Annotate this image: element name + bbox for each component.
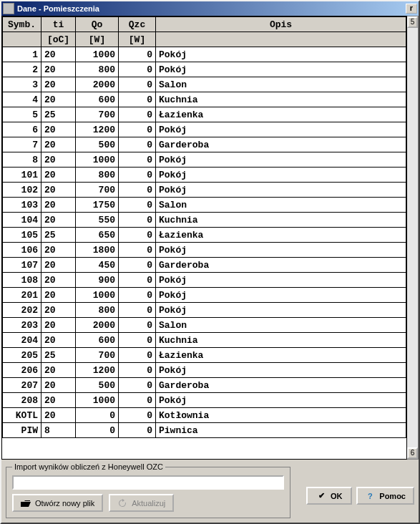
- table-row[interactable]: 202208000Pokój: [3, 303, 406, 318]
- table-row[interactable]: 1032017500Salon: [3, 198, 406, 213]
- cell-qzc[interactable]: 0: [119, 408, 156, 423]
- table-row[interactable]: 101208000Pokój: [3, 168, 406, 183]
- cell-symb[interactable]: 3: [3, 77, 41, 92]
- cell-qo[interactable]: 600: [76, 333, 119, 348]
- cell-ti[interactable]: 20: [41, 77, 76, 92]
- cell-ti[interactable]: 20: [41, 258, 76, 273]
- cell-symb[interactable]: 107: [3, 258, 41, 273]
- cell-ti[interactable]: 8: [41, 423, 76, 438]
- cell-qzc[interactable]: 0: [119, 107, 156, 122]
- table-row[interactable]: 2062012000Pokój: [3, 363, 406, 378]
- cell-symb[interactable]: 208: [3, 393, 41, 408]
- cell-symb[interactable]: 202: [3, 303, 41, 318]
- vertical-scrollbar[interactable]: 5 6: [407, 16, 419, 460]
- cell-symb[interactable]: 108: [3, 273, 41, 288]
- cell-symb[interactable]: 6: [3, 122, 41, 137]
- table-row[interactable]: 1062018000Pokój: [3, 243, 406, 258]
- cell-qo[interactable]: 1000: [76, 47, 119, 62]
- table-row[interactable]: KOTL2000Kotłownia: [3, 408, 406, 423]
- cell-qo[interactable]: 900: [76, 273, 119, 288]
- cell-qzc[interactable]: 0: [119, 122, 156, 137]
- cell-symb[interactable]: 201: [3, 288, 41, 303]
- cell-qo[interactable]: 650: [76, 228, 119, 243]
- cell-symb[interactable]: 104: [3, 213, 41, 228]
- cell-qzc[interactable]: 0: [119, 243, 156, 258]
- ok-button[interactable]: ✔ OK: [306, 487, 352, 505]
- cell-qzc[interactable]: 0: [119, 62, 156, 77]
- cell-symb[interactable]: 8: [3, 152, 41, 168]
- cell-qo[interactable]: 1750: [76, 198, 119, 213]
- table-row[interactable]: 204206000Kuchnia: [3, 333, 406, 348]
- cell-opis[interactable]: Łazienka: [156, 228, 406, 243]
- cell-symb[interactable]: 2: [3, 62, 41, 77]
- cell-qo[interactable]: 1200: [76, 122, 119, 137]
- cell-qo[interactable]: 1000: [76, 393, 119, 408]
- cell-qo[interactable]: 2000: [76, 318, 119, 333]
- scroll-up-button[interactable]: 5: [407, 16, 418, 28]
- cell-qzc[interactable]: 0: [119, 288, 156, 303]
- cell-ti[interactable]: 20: [41, 62, 76, 77]
- cell-opis[interactable]: Salon: [156, 77, 406, 92]
- table-row[interactable]: 104205500Kuchnia: [3, 213, 406, 228]
- cell-qzc[interactable]: 0: [119, 363, 156, 378]
- cell-qzc[interactable]: 0: [119, 183, 156, 198]
- help-button[interactable]: ? Pomoc: [356, 487, 414, 505]
- cell-qo[interactable]: 2000: [76, 77, 119, 92]
- cell-symb[interactable]: 103: [3, 198, 41, 213]
- cell-qzc[interactable]: 0: [119, 77, 156, 92]
- table-row[interactable]: 102207000Pokój: [3, 183, 406, 198]
- cell-qo[interactable]: 800: [76, 303, 119, 318]
- table-row[interactable]: 5257000Łazienka: [3, 107, 406, 122]
- cell-qzc[interactable]: 0: [119, 348, 156, 363]
- cell-ti[interactable]: 25: [41, 228, 76, 243]
- cell-qo[interactable]: 800: [76, 62, 119, 77]
- cell-opis[interactable]: Piwnica: [156, 423, 406, 438]
- cell-opis[interactable]: Pokój: [156, 363, 406, 378]
- cell-qzc[interactable]: 0: [119, 258, 156, 273]
- table-row[interactable]: 107204500Garderoba: [3, 258, 406, 273]
- cell-ti[interactable]: 20: [41, 363, 76, 378]
- cell-ti[interactable]: 20: [41, 198, 76, 213]
- cell-qo[interactable]: 450: [76, 258, 119, 273]
- table-row[interactable]: 62012000Pokój: [3, 122, 406, 137]
- cell-opis[interactable]: Łazienka: [156, 107, 406, 122]
- cell-ti[interactable]: 20: [41, 168, 76, 183]
- cell-symb[interactable]: 207: [3, 378, 41, 393]
- cell-opis[interactable]: Pokój: [156, 303, 406, 318]
- header-symb[interactable]: Symb.: [3, 17, 41, 32]
- cell-ti[interactable]: 20: [41, 393, 76, 408]
- cell-opis[interactable]: Kuchnia: [156, 333, 406, 348]
- cell-opis[interactable]: Pokój: [156, 122, 406, 137]
- table-row[interactable]: PIW800Piwnica: [3, 423, 406, 438]
- cell-ti[interactable]: 20: [41, 288, 76, 303]
- cell-opis[interactable]: Kotłownia: [156, 408, 406, 423]
- cell-opis[interactable]: Pokój: [156, 62, 406, 77]
- cell-qzc[interactable]: 0: [119, 273, 156, 288]
- cell-opis[interactable]: Pokój: [156, 273, 406, 288]
- cell-qzc[interactable]: 0: [119, 168, 156, 183]
- cell-qo[interactable]: 500: [76, 137, 119, 152]
- cell-qzc[interactable]: 0: [119, 213, 156, 228]
- cell-opis[interactable]: Garderoba: [156, 258, 406, 273]
- table-row[interactable]: 7205000Garderoba: [3, 137, 406, 152]
- table-row[interactable]: 82010000Pokój: [3, 152, 406, 168]
- cell-symb[interactable]: 4: [3, 92, 41, 107]
- cell-qo[interactable]: 800: [76, 168, 119, 183]
- cell-qzc[interactable]: 0: [119, 378, 156, 393]
- cell-symb[interactable]: 105: [3, 228, 41, 243]
- cell-symb[interactable]: 1: [3, 47, 41, 62]
- cell-ti[interactable]: 20: [41, 47, 76, 62]
- table-row[interactable]: 108209000Pokój: [3, 273, 406, 288]
- cell-ti[interactable]: 20: [41, 408, 76, 423]
- cell-ti[interactable]: 20: [41, 183, 76, 198]
- cell-qzc[interactable]: 0: [119, 92, 156, 107]
- cell-symb[interactable]: 101: [3, 168, 41, 183]
- cell-ti[interactable]: 25: [41, 348, 76, 363]
- cell-symb[interactable]: 204: [3, 333, 41, 348]
- cell-ti[interactable]: 20: [41, 303, 76, 318]
- open-file-button[interactable]: Otwórz nowy plik: [12, 494, 103, 512]
- title-bar[interactable]: Dane - Pomieszczenia r: [1, 1, 419, 16]
- table-row[interactable]: 2032020000Salon: [3, 318, 406, 333]
- cell-qo[interactable]: 700: [76, 183, 119, 198]
- table-row[interactable]: 207205000Garderoba: [3, 378, 406, 393]
